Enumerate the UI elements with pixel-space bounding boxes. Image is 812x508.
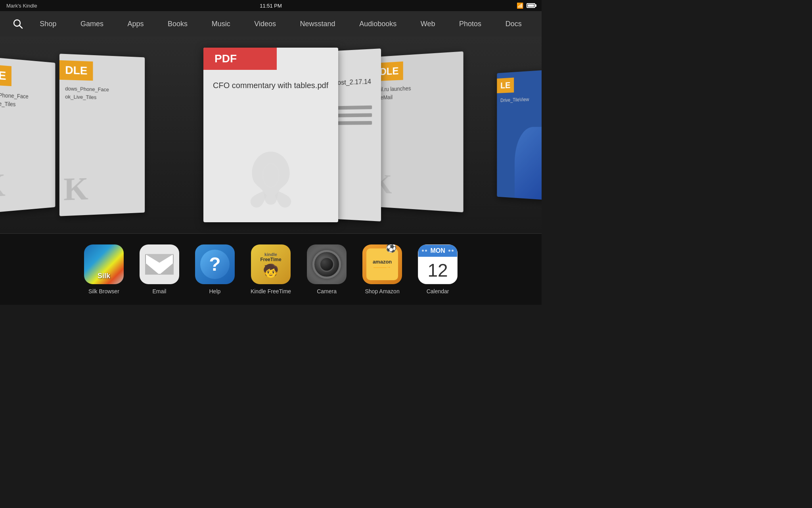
nav-photos[interactable]: Photos <box>454 17 486 31</box>
nav-games[interactable]: Games <box>76 17 108 31</box>
status-bar: Mark's Kindle 11:51 PM 📶 <box>0 0 542 11</box>
card-mail[interactable]: NDLE Mail.ru launchesOneMail K <box>369 51 463 212</box>
calendar-day-label: MON <box>430 247 445 254</box>
freetime-label: Kindle FreeTime <box>251 288 291 294</box>
camera-label: Camera <box>317 288 337 294</box>
dock-item-silk[interactable]: Silk Silk Browser <box>84 244 124 294</box>
status-icons: 📶 <box>517 2 535 9</box>
nav-docs[interactable]: Docs <box>501 17 527 31</box>
silk-icon: Silk <box>84 244 124 284</box>
nav-web[interactable]: Web <box>416 17 440 31</box>
nav-newsstand[interactable]: Newsstand <box>295 17 340 31</box>
battery-icon <box>527 3 535 8</box>
email-icon <box>140 244 179 284</box>
card-left[interactable]: DLE dows_Phone_Faceok_Live_Tiles K <box>59 54 145 216</box>
dock-item-email[interactable]: Email <box>140 244 179 294</box>
search-button[interactable] <box>8 14 28 34</box>
sonic-card-text: Drive_TileView <box>497 95 542 104</box>
nav-items: Shop Games Apps Books Music Videos Newss… <box>28 17 534 31</box>
nav-apps[interactable]: Apps <box>123 17 148 31</box>
amazon-icon: ⚽ amazon ———→ <box>362 244 402 284</box>
acrobat-icon <box>241 148 301 213</box>
carousel-container: DLE dows_Phone_Faceok_Live_Tiles K DLE d… <box>0 37 542 233</box>
dock-item-help[interactable]: ? Help <box>195 244 235 294</box>
clock: 11:51 PM <box>260 3 282 9</box>
docs-carousel: DLE dows_Phone_Faceok_Live_Tiles K DLE d… <box>0 37 542 233</box>
mail-card-text: Mail.ru launchesOneMail <box>369 82 463 102</box>
calendar-date: 12 <box>418 257 457 284</box>
card-far-right[interactable]: LE Drive_TileView <box>497 69 542 200</box>
dock-item-camera[interactable]: Camera <box>307 244 347 294</box>
device-title: Mark's Kindle <box>6 3 37 9</box>
wifi-icon: 📶 <box>517 2 523 9</box>
nav-music[interactable]: Music <box>207 17 235 31</box>
calendar-icon: MON 12 <box>418 244 458 284</box>
pdf-title: CFO commentary with tables.pdf <box>203 70 338 91</box>
calendar-dots <box>422 250 427 252</box>
nav-videos[interactable]: Videos <box>249 17 281 31</box>
card-center-pdf[interactable]: PDF CFO commentary with tables.pdf <box>203 48 338 222</box>
help-label: Help <box>209 288 221 294</box>
amazon-label: Shop Amazon <box>365 288 400 294</box>
silk-label: Silk Browser <box>88 288 119 294</box>
dock-item-freetime[interactable]: kindle FreeTime 🧒 Kindle FreeTime <box>251 244 291 294</box>
nav-bar: Shop Games Apps Books Music Videos Newss… <box>0 11 542 37</box>
dock: Silk Silk Browser Email ? Help kindle <box>0 233 542 305</box>
svg-line-1 <box>19 25 22 28</box>
calendar-dots-right <box>448 250 454 252</box>
help-icon: ? <box>195 244 235 284</box>
calendar-header: MON <box>418 245 457 257</box>
freetime-icon: kindle FreeTime 🧒 <box>251 244 291 284</box>
email-label: Email <box>152 288 166 294</box>
camera-icon <box>307 244 347 284</box>
nav-audiobooks[interactable]: Audiobooks <box>354 17 401 31</box>
dock-item-amazon[interactable]: ⚽ amazon ———→ Shop Amazon <box>362 244 402 294</box>
dock-item-calendar[interactable]: MON 12 Calendar <box>418 244 458 294</box>
pdf-badge: PDF <box>203 48 277 70</box>
card-far-left[interactable]: DLE dows_Phone_Faceok_Live_Tiles K <box>0 56 55 214</box>
nav-shop[interactable]: Shop <box>35 17 61 31</box>
calendar-label: Calendar <box>427 288 449 294</box>
nav-books[interactable]: Books <box>163 17 192 31</box>
